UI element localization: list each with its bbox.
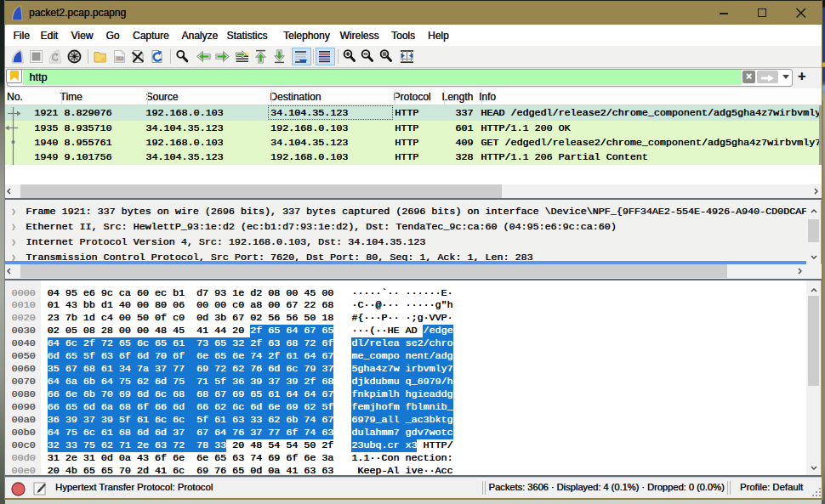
svg-text:010: 010 — [116, 57, 122, 61]
